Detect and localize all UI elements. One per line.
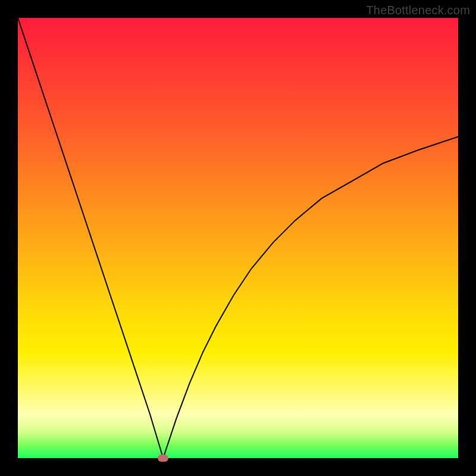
bottleneck-curve [18, 18, 458, 458]
chart-frame: TheBottleneck.com [0, 0, 476, 476]
plot-area [18, 18, 458, 458]
watermark-text: TheBottleneck.com [366, 4, 470, 17]
minimum-marker [158, 455, 168, 462]
